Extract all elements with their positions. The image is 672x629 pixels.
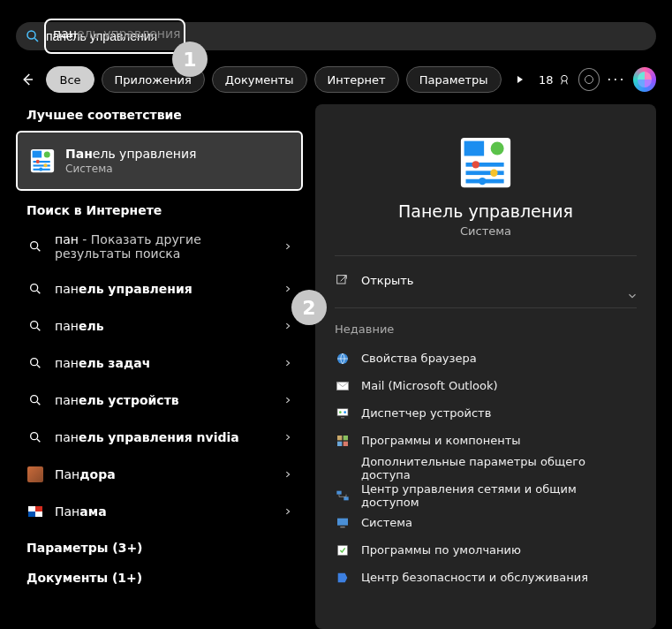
network-icon: [335, 488, 351, 504]
recent-item[interactable]: Программы по умолчанию: [335, 536, 637, 564]
filter-chip-internet[interactable]: Интернет: [314, 66, 399, 93]
recent-item-label: Свойства браузера: [361, 352, 477, 365]
search-suggestion-item[interactable]: панель устройств: [16, 382, 303, 419]
defaults-icon: [335, 542, 351, 558]
divider: [335, 255, 637, 256]
search-icon: [26, 428, 44, 446]
open-action-label: Открыть: [361, 274, 413, 287]
divider: [335, 307, 637, 308]
svg-rect-42: [337, 436, 342, 440]
recent-item[interactable]: Программы и компоненты: [335, 427, 637, 454]
copilot-button[interactable]: [633, 67, 656, 92]
security-icon: [335, 570, 351, 586]
filter-row: Все Приложения Документы Интернет Параме…: [16, 62, 656, 97]
recent-item[interactable]: Центр безопасности и обслуживания: [335, 564, 637, 591]
svg-line-19: [37, 328, 40, 330]
preview-right-column: Панель управления Система Открыть Недавн…: [315, 104, 656, 629]
filter-chip-settings[interactable]: Параметры: [406, 66, 502, 93]
best-match-result[interactable]: Панель управления Система: [16, 131, 303, 191]
chevron-right-icon: [283, 359, 292, 368]
search-icon: [26, 280, 44, 298]
chevron-right-icon: [283, 433, 292, 442]
filter-chip-all[interactable]: Все: [46, 66, 94, 93]
recent-item[interactable]: Диспетчер устройств: [335, 399, 637, 427]
svg-point-13: [39, 168, 42, 171]
suggestion-text: Панама: [55, 504, 273, 519]
search-suggestion-item[interactable]: Пандора: [16, 456, 303, 493]
chevron-right-icon: [283, 284, 292, 293]
chevron-right-icon: [283, 507, 292, 516]
recent-item-label: Mail (Microsoft Outlook): [361, 379, 498, 392]
search-suggestion-item[interactable]: панель задач: [16, 345, 303, 382]
svg-rect-6: [33, 151, 42, 158]
search-suggestion-item[interactable]: пан - Показать другие результаты поиска: [16, 223, 303, 270]
svg-point-24: [31, 433, 38, 440]
recent-item[interactable]: Центр управления сетями и общим доступом: [335, 481, 637, 509]
svg-rect-38: [337, 408, 348, 415]
svg-point-7: [44, 152, 50, 158]
search-bar[interactable]: [16, 22, 656, 50]
rewards-points[interactable]: 18: [539, 72, 571, 87]
profile-circle-button[interactable]: [578, 68, 600, 91]
more-filters-button[interactable]: [509, 67, 532, 92]
svg-line-23: [37, 402, 40, 405]
open-action[interactable]: Открыть: [335, 265, 637, 295]
svg-point-4: [585, 76, 593, 84]
search-input[interactable]: [46, 29, 647, 43]
control-panel-icon: [30, 148, 55, 173]
mail-icon: [335, 378, 351, 394]
svg-rect-30: [466, 171, 504, 175]
search-suggestion-item[interactable]: панель: [16, 307, 303, 345]
recent-item[interactable]: Mail (Microsoft Outlook): [335, 372, 637, 399]
expand-preview-button[interactable]: [626, 290, 638, 302]
recent-item[interactable]: Свойства браузера: [335, 345, 637, 372]
rewards-points-value: 18: [539, 73, 554, 87]
svg-rect-29: [466, 163, 504, 167]
svg-point-3: [561, 75, 567, 81]
chevron-right-icon: [283, 322, 292, 330]
recent-item-label: Центр управления сетями и общим доступом: [361, 482, 637, 509]
svg-point-32: [472, 161, 479, 168]
recent-item-label: Программы и компоненты: [361, 434, 521, 447]
back-button[interactable]: [16, 67, 39, 92]
search-suggestion-item[interactable]: панель управления nvidia: [16, 419, 303, 456]
svg-rect-48: [337, 518, 348, 525]
search-icon: [26, 238, 44, 255]
recent-section-label: Недавние: [335, 322, 637, 336]
chevron-right-icon: [283, 470, 292, 479]
svg-point-22: [31, 396, 38, 403]
best-match-section-label: Лучшее соответствие: [26, 108, 303, 122]
svg-line-25: [37, 439, 40, 442]
sharing-icon: [335, 460, 351, 476]
preview-subtitle: Система: [335, 224, 637, 238]
recent-item-label: Центр безопасности и обслуживания: [361, 571, 588, 584]
svg-point-33: [490, 170, 497, 177]
svg-rect-35: [337, 276, 345, 284]
search-suggestion-item[interactable]: панель управления: [16, 270, 303, 307]
svg-rect-27: [464, 141, 485, 156]
recent-item-label: Система: [361, 516, 412, 529]
search-icon: [26, 354, 44, 372]
suggestion-text: панель управления nvidia: [55, 430, 273, 444]
overflow-menu-button[interactable]: ···: [607, 72, 625, 88]
recent-item[interactable]: Система: [335, 509, 637, 536]
suggestion-text: Пандора: [55, 467, 273, 481]
device-mgr-icon: [335, 405, 351, 421]
chevron-right-icon: [283, 396, 292, 405]
settings-results-group[interactable]: Параметры (3+): [26, 541, 303, 555]
filter-chip-docs[interactable]: Документы: [212, 66, 307, 93]
suggestion-text: панель управления: [55, 282, 273, 296]
content-area: Лучшее соответствие Панель управления Си…: [0, 104, 672, 629]
documents-results-group[interactable]: Документы (1+): [26, 571, 303, 585]
best-match-text: Панель управления Система: [65, 147, 197, 175]
search-suggestion-item[interactable]: Панама: [16, 493, 303, 530]
recent-item[interactable]: Дополнительные параметры общего доступа: [335, 454, 637, 481]
svg-line-1: [34, 38, 38, 42]
filter-chip-apps[interactable]: Приложения: [102, 66, 205, 93]
svg-point-28: [491, 142, 504, 155]
svg-line-17: [37, 291, 40, 293]
flag-panama-icon: [26, 503, 44, 520]
svg-rect-44: [337, 441, 342, 445]
svg-point-14: [31, 242, 38, 249]
search-icon: [25, 28, 41, 44]
